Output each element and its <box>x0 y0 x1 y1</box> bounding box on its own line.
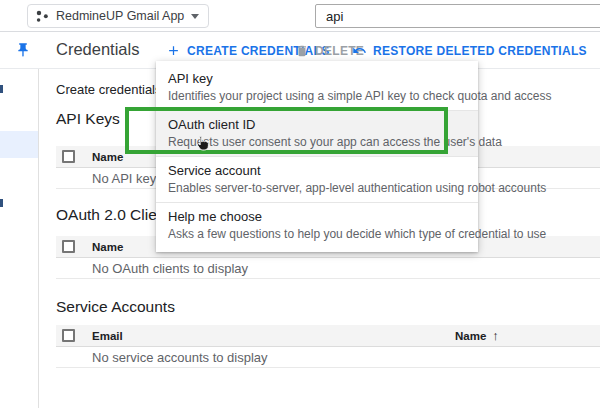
project-selector[interactable]: RedmineUP Gmail App <box>27 4 209 28</box>
sidebar <box>0 32 39 408</box>
menu-item-desc: Requests user consent so your app can ac… <box>168 135 466 149</box>
menu-item-desc: Identifies your project using a simple A… <box>168 89 466 103</box>
empty-text: No OAuth clients to display <box>92 261 248 276</box>
table-header: Email Name ↑ <box>56 325 600 347</box>
trash-icon <box>295 44 309 58</box>
project-icon <box>36 10 49 23</box>
page-title: Credentials <box>56 40 139 59</box>
sidebar-item-fragment <box>0 199 3 207</box>
sidebar-item-credentials-highlight[interactable] <box>0 131 38 158</box>
empty-row: No OAuth clients to display <box>56 258 600 279</box>
sort-asc-icon[interactable]: ↑ <box>492 328 499 343</box>
plus-icon <box>166 43 181 58</box>
column-label: Name <box>455 330 486 342</box>
sidebar-item-fragment <box>0 85 3 93</box>
menu-item-title: Help me choose <box>168 209 466 225</box>
pin-icon <box>15 42 31 58</box>
search-input[interactable] <box>315 4 600 28</box>
column-header-name[interactable]: Name ↑ <box>455 328 600 343</box>
menu-item-title: Service account <box>168 163 466 179</box>
section-title-api-keys: API Keys <box>56 110 120 128</box>
empty-row: No service accounts to display <box>56 347 600 368</box>
section-title-service-accounts: Service Accounts <box>56 298 175 316</box>
menu-item-oauth-client-id[interactable]: OAuth client ID Requests user consent so… <box>156 110 478 156</box>
pin-button[interactable] <box>12 39 34 61</box>
menu-item-desc: Enables server-to-server, app-level auth… <box>168 181 466 195</box>
chevron-down-icon <box>191 14 199 19</box>
service-accounts-table: Email Name ↑ No service accounts to disp… <box>56 325 600 368</box>
select-all-checkbox[interactable] <box>62 240 75 253</box>
select-all-checkbox[interactable] <box>62 150 75 163</box>
menu-item-title: API key <box>168 71 466 87</box>
project-name: RedmineUP Gmail App <box>56 9 184 23</box>
menu-item-service-account[interactable]: Service account Enables server-to-server… <box>156 156 478 202</box>
menu-item-desc: Asks a few questions to help you decide … <box>168 227 466 241</box>
top-bar: RedmineUP Gmail App <box>0 0 600 32</box>
menu-item-title: OAuth client ID <box>168 117 466 133</box>
menu-item-api-key[interactable]: API key Identifies your project using a … <box>156 65 478 110</box>
empty-text: No service accounts to display <box>92 350 268 365</box>
menu-item-help-me-choose[interactable]: Help me choose Asks a few questions to h… <box>156 202 478 248</box>
restore-credentials-label: RESTORE DELETED CREDENTIALS <box>373 44 587 58</box>
create-credentials-menu: API key Identifies your project using a … <box>156 61 478 252</box>
select-all-checkbox[interactable] <box>62 329 75 342</box>
column-header-email[interactable]: Email <box>92 330 455 342</box>
restore-undo-icon <box>352 43 367 58</box>
